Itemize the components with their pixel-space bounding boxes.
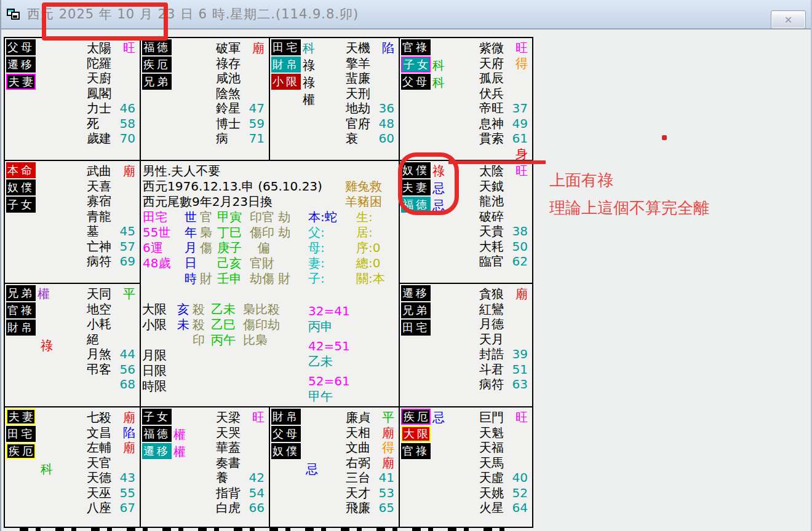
star-row: 息神49 xyxy=(479,116,528,132)
star-name: 衰 xyxy=(346,131,358,146)
palace-mid-right[interactable]: 奴僕夫妻福德祿忌忌太陰旺天鉞龍池破碎天貴38大耗50臨官62 xyxy=(399,160,532,283)
palace-tag: 遷移 xyxy=(6,57,36,73)
star-value: 陷 xyxy=(382,41,394,56)
star-row: 大耗50 xyxy=(479,239,528,254)
star-row: 天姚52 xyxy=(479,486,528,501)
star-row: 天同平 xyxy=(87,286,135,302)
pillar-label: 48歲 xyxy=(143,256,170,270)
transform-mark: 權 xyxy=(303,92,315,108)
transform-mark: 祿 xyxy=(303,57,315,74)
star-value: 旺 xyxy=(515,41,528,56)
star-name: 帝旺 xyxy=(479,101,504,116)
center-warning-line: 雞兔救 xyxy=(345,179,382,194)
star-name: 飛廉 xyxy=(346,500,370,516)
star-name: 武曲 xyxy=(87,163,111,179)
star-list: 廉貞平天相廟文曲得右弼廟三台41天才53飛廉65 xyxy=(346,410,394,516)
close-button[interactable]: ✕ xyxy=(771,10,806,29)
palace-bot-3[interactable]: 財帛父母奴僕忌廉貞平天相廟文曲得右弼廟三台41天才53飛廉65 xyxy=(269,406,399,527)
star-value: 44 xyxy=(120,347,135,362)
star-name: 弔客 xyxy=(87,362,111,377)
star-name: 歲建 xyxy=(87,131,111,146)
star-row: 鳳閣 xyxy=(87,86,135,101)
star-row: 鈴星47 xyxy=(216,101,265,116)
palace-top-4[interactable]: 官祿子女父母科科紫微旺天府得孤辰伏兵帝旺37息神49貫索61身 xyxy=(399,38,532,160)
star-row: 天梁旺 xyxy=(216,410,265,425)
palace-tag: 財帛 xyxy=(6,320,36,336)
star-row: 絕 xyxy=(87,332,135,347)
star-name: 鳳閣 xyxy=(87,86,111,101)
star-name: 病符 xyxy=(479,377,504,392)
pillar-god: 官 xyxy=(200,210,212,224)
star-name: 官府 xyxy=(346,116,370,132)
stat-item: 生: xyxy=(356,210,373,224)
clipped-next-row xyxy=(20,527,506,531)
star-row: 天相廟 xyxy=(346,425,394,441)
star-name: 三台 xyxy=(346,470,370,486)
star-row: 弔客56 xyxy=(87,362,135,377)
app-icon[interactable] xyxy=(7,9,20,20)
star-row: 衰60 xyxy=(346,131,394,146)
star-name: 破碎 xyxy=(479,209,504,224)
palace-top-2[interactable]: 福德疾厄兄弟破軍廟祿存咸池陰煞鈴星47博士59病71 xyxy=(140,38,269,160)
pillar-hidden-gods: 劫傷 財 xyxy=(250,271,290,286)
window-title: 西元 2025 年 10 月 23 日 6 時.星期二.(114.9.8.卯) xyxy=(27,6,359,23)
star-name: 小耗 xyxy=(87,317,111,332)
palace-bot-2[interactable]: 子女福德遷移權權天梁旺天哭華蓋奏書養42指背54白虎66 xyxy=(140,406,269,527)
transform-mark: 忌 xyxy=(432,409,445,426)
pillar-label: 6運 xyxy=(143,240,163,255)
star-name: 奏書 xyxy=(216,455,241,471)
star-value: 63 xyxy=(512,377,528,392)
star-value: 陷 xyxy=(123,425,135,441)
palace-mid-left[interactable]: 本命奴僕子女武曲廟天喜寡宿青龍墓45亡神57病符69 xyxy=(5,160,140,283)
star-row: 臨官62 xyxy=(479,254,528,269)
star-name: 天貴 xyxy=(479,224,504,239)
star-row: 天機陷 xyxy=(346,41,394,56)
star-value: 旺 xyxy=(123,41,135,56)
star-value: 廟 xyxy=(123,440,135,455)
star-row: 天鉞 xyxy=(479,179,528,194)
palace-tag-stack: 兄弟官祿財帛 xyxy=(6,285,36,337)
star-row: 青龍 xyxy=(87,209,135,224)
star-name: 天鉞 xyxy=(479,179,504,194)
star-row: 天刑 xyxy=(346,86,394,101)
star-name: 養 xyxy=(216,470,228,486)
star-row: 天哭 xyxy=(216,425,265,441)
star-name: 鈴星 xyxy=(216,101,241,116)
star-value: 62 xyxy=(512,254,528,269)
star-name: 地劫 xyxy=(346,101,370,116)
star-name: 文昌 xyxy=(87,425,111,441)
star-value: 51 xyxy=(512,362,528,377)
star-row: 68 xyxy=(87,377,135,392)
limit-stem-branch: 乙巳 xyxy=(211,317,236,332)
star-name: 天福 xyxy=(479,440,504,455)
transform-mark: 忌 xyxy=(432,197,445,214)
palace-low-left[interactable]: 兄弟官祿財帛權祿天同平地空小耗絕月煞44弔客5668 xyxy=(5,283,140,406)
star-value: 65 xyxy=(379,500,394,516)
star-row: 廉貞平 xyxy=(346,410,394,425)
star-name: 大耗 xyxy=(479,239,504,254)
limit-label: 日限 xyxy=(142,363,167,378)
palace-low-right[interactable]: 遷移兄弟田宅貪狼廟紅鸞月德天月封誥39斗君51病符63 xyxy=(399,283,532,406)
star-list: 天同平地空小耗絕月煞44弔客5668 xyxy=(87,286,135,392)
pillar-god: 傷 xyxy=(200,240,212,255)
star-row: 太陰旺 xyxy=(479,163,528,179)
star-row: 天巫55 xyxy=(87,486,135,501)
star-value: 50 xyxy=(512,239,528,254)
palace-bot-1[interactable]: 夫妻田宅疾厄科七殺廟文昌陷左輔廟天官天德43天巫55八座67 xyxy=(5,406,140,527)
star-name: 孤辰 xyxy=(479,71,504,86)
star-name: 紅鸞 xyxy=(479,302,504,317)
star-value: 68 xyxy=(120,377,135,392)
star-row: 華蓋 xyxy=(216,440,265,455)
palace-tag: 父母 xyxy=(271,426,301,442)
star-name: 天巫 xyxy=(87,486,111,501)
palace-top-1[interactable]: 父母遷移夫妻太陽旺陀羅天廚鳳閣力士46死58歲建70 xyxy=(5,38,140,160)
limit-god: 殺 xyxy=(193,317,205,332)
palace-top-3[interactable]: 田宅財帛小限科祿祿權天機陷擎羊蜚廉天刑地劫36官府48衰60 xyxy=(269,38,399,160)
palace-tag-stack: 本命奴僕子女 xyxy=(6,162,36,214)
palace-bot-4[interactable]: 疾厄大限官祿忌巨門旺天魁天福天馬天虛40天姚52火星64 xyxy=(399,406,532,527)
palace-tag: 夫妻 xyxy=(6,74,36,90)
star-value: 46 xyxy=(120,101,135,116)
relation-item: 妻: xyxy=(308,256,325,270)
star-row: 亡神57 xyxy=(87,239,135,254)
star-name: 斗君 xyxy=(479,362,504,377)
